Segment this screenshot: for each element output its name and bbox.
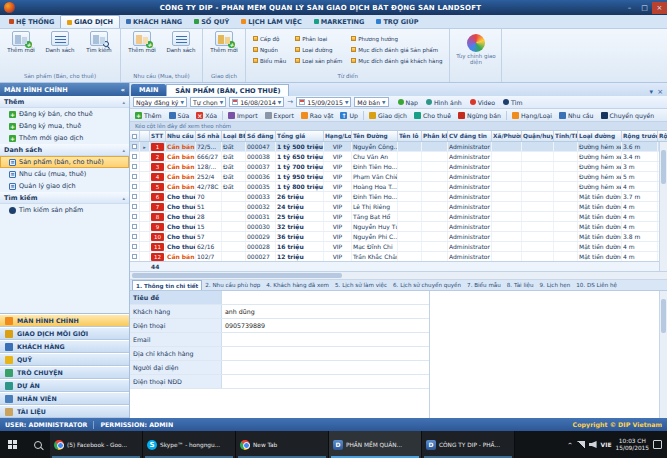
detail-tab[interactable]: 9. Lịch hẹn [537,280,574,290]
ribbon-tab-calendar[interactable]: LỊCH LÀM VIỆC [235,15,308,28]
image-button[interactable]: Hình ảnh [423,97,465,108]
field-value[interactable] [222,361,429,374]
column-header[interactable]: Loại đường [578,131,622,141]
column-header[interactable]: STT [150,131,166,141]
column-header[interactable]: Xã/Phường [492,131,522,141]
table-row[interactable]: 6Cho thuê7000003326 triệuVIPĐinh Tiên Ho… [130,192,667,202]
minimize-button[interactable]: – [622,2,637,14]
sidebar-item[interactable]: +Thêm mới giao dịch [0,132,129,144]
action-center-icon[interactable] [653,440,662,449]
field-value[interactable]: anh dũng [222,305,429,318]
module-item-home[interactable]: MÀN HÌNH CHÍNH [0,314,129,327]
date-to-input[interactable]: 15/09/2015 ▼ [296,97,351,107]
sidebar-section-header[interactable]: Danh sách▴ [0,144,129,156]
tab-close-icon[interactable]: × [657,88,663,96]
export-button[interactable]: Export [262,110,297,121]
collapse-sidebar-icon[interactable]: « [121,86,125,94]
row-checkbox[interactable] [130,232,140,241]
clock[interactable]: 10:03 CH 15/09/2015 [616,438,649,452]
dictionary-item[interactable]: Loại sản phẩm [295,55,342,66]
document-tab[interactable]: MAIN [131,84,166,96]
field-value[interactable]: 0905739889 [222,319,429,332]
scrollbar-thumb[interactable] [661,150,666,184]
ribbon-button-search-product[interactable]: Tìm kiếm [81,31,117,53]
ad-button[interactable]: Rao vặt [298,110,337,121]
deal-button[interactable]: Giao dịch [366,110,410,121]
grid-vertical-scrollbar[interactable] [659,142,667,271]
row-checkbox[interactable] [130,222,140,231]
column-header[interactable]: Rộng trước KV [622,131,658,141]
table-row[interactable]: 10Cho thuê5700002936 triệuVIPNguyễn Phi … [130,232,667,242]
binoculars-button[interactable]: Tìm [500,97,526,108]
sidebar-item[interactable]: ≡Sản phẩm (bán, cho thuê) [0,156,129,168]
need-button[interactable]: Nhu cầu [556,110,597,121]
table-row[interactable]: ▸1Cần bán72/5...Đất0000471 tỷ 500 triệuV… [130,142,667,152]
module-item-chat[interactable]: TRÒ CHUYỆN [0,366,129,379]
column-header[interactable]: Phân khu [422,131,448,141]
column-header[interactable]: Số nhà [196,131,222,141]
sidebar-section-header[interactable]: Tìm kiếm▴ [0,192,129,204]
sidebar-item[interactable]: +Đăng ký mua, thuê [0,120,129,132]
row-checkbox[interactable] [130,202,140,211]
column-header[interactable]: Quận/huyện [522,131,554,141]
dictionary-item[interactable]: Mục đích đánh giá Sản phẩm [351,44,442,55]
row-checkbox[interactable] [130,162,140,171]
video-button[interactable]: Video [467,97,498,108]
delete-button[interactable]: ×Xóa [193,110,220,121]
status-select[interactable]: Mở bán ▼ [354,97,388,107]
dictionary-item[interactable]: Biểu mẫu [253,55,286,66]
row-checkbox[interactable] [130,192,140,201]
document-tab[interactable]: SẢN PHẨM (BÁN, CHO THUÊ) [166,84,289,96]
ribbon-tab-fund[interactable]: SỔ QUỸ [188,15,235,28]
module-item-people[interactable]: KHÁCH HÀNG [0,340,129,353]
dictionary-item[interactable]: Phương hướng [351,33,442,44]
date-field-select[interactable]: Ngày đăng ký ▼ [133,97,187,107]
rent-button[interactable]: Cho thuê [411,110,454,121]
table-row[interactable]: 7Cho thuê5100003224 triệuVIPLê Thị Riêng… [130,202,667,212]
detail-tab[interactable]: 2. Nhu cầu phù hợp [202,280,263,290]
dictionary-item[interactable]: Phân loại [295,33,342,44]
dictionary-item[interactable]: Mục đích đánh giá khách hàng [351,55,442,66]
row-checkbox[interactable] [130,152,140,161]
table-row[interactable]: 8Cho thuê2800003125 triệuVIPTăng Bạt HổA… [130,212,667,222]
field-value[interactable] [222,333,429,346]
add-button[interactable]: +Thêm [132,110,165,121]
network-icon[interactable] [577,441,585,448]
ribbon-tab-customer[interactable]: KHÁCH HÀNG [120,15,188,28]
column-header[interactable]: Số đăng ký [246,131,276,141]
module-item-document[interactable]: TÀI LIỆU [0,405,129,418]
edit-button[interactable]: Sửa [166,110,193,121]
ribbon-button-add-demand[interactable]: +Thêm mới [124,31,160,53]
volume-icon[interactable] [589,441,597,448]
table-row[interactable]: 9Cho thuê1500003032 triệuVIPNguyễn Huy T… [130,222,667,232]
select-all-checkbox[interactable] [130,131,140,141]
module-item-project[interactable]: DỰ ÁN [0,379,129,392]
sidebar-item[interactable]: ≡Quản lý giao dịch [0,180,129,192]
detail-tab[interactable]: 10. DS Liên hệ [573,280,620,290]
row-checkbox[interactable] [130,242,140,251]
column-header[interactable]: CV đăng tin [448,131,492,141]
taskbar-app-landsoft[interactable]: DPHẦN MỀM QUẢN... [329,431,422,458]
row-checkbox[interactable] [130,212,140,221]
row-checkbox[interactable] [130,252,140,261]
close-button[interactable]: × [652,2,667,14]
detail-tab[interactable]: 4. Khách hàng đã xem [263,280,332,290]
ribbon-tab-marketing[interactable]: MARKETING [308,15,371,28]
column-header[interactable]: Rộng trước [658,131,667,141]
table-row[interactable]: 11Cho thuê62/1600002816 triệuVIPMạc Đĩnh… [130,242,667,252]
sidebar-section-header[interactable]: Thêm▴ [0,96,129,108]
column-header[interactable]: Tỉnh/TP [554,131,578,141]
table-row[interactable]: 4Cần bán252/4Đất0000361 tỷ 950 triệuVIPP… [130,172,667,182]
module-item-fund[interactable]: QUỸ [0,353,129,366]
taskbar-search-button[interactable] [25,431,50,458]
start-button[interactable] [0,431,25,458]
table-row[interactable]: 3Cần bán128/...Đất0000371 tỷ 700 triệuVI… [130,162,667,172]
column-header[interactable]: Loại BĐS [222,131,246,141]
language-indicator[interactable]: VIE [601,441,612,448]
column-header[interactable]: Nhu cầu [166,131,196,141]
taskbar-app-chrome[interactable]: (5) Facebook - Goo... [50,431,143,458]
row-checkbox[interactable] [130,142,140,151]
import-button[interactable]: Import [225,110,261,121]
column-header[interactable]: Tổng giá [276,131,324,141]
up-button[interactable]: ↑Up [337,110,360,121]
